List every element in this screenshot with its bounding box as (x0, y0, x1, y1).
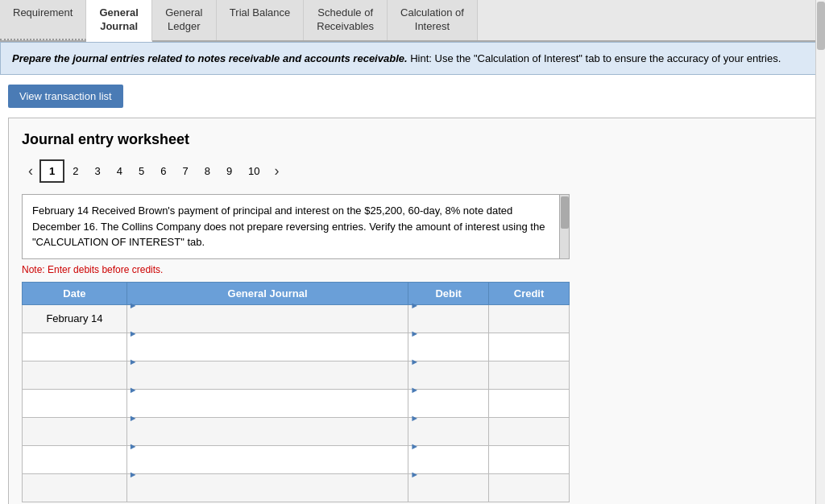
credit-input-7[interactable] (489, 474, 569, 502)
date-cell-2 (23, 333, 127, 361)
arrow-icon-7: ► (127, 469, 138, 479)
journal-input-4[interactable] (127, 395, 408, 423)
date-cell-3 (23, 361, 127, 389)
date-cell-7 (23, 473, 127, 502)
journal-input-6[interactable] (127, 452, 408, 479)
debit-arrow-6: ► (408, 441, 419, 451)
credit-cell-3 (489, 361, 570, 389)
credit-cell-2 (489, 333, 570, 361)
pagination: ‹ 1 2 3 4 5 6 7 8 9 10 › (22, 159, 803, 183)
worksheet-title: Journal entry worksheet (22, 131, 803, 148)
credit-input-5[interactable] (489, 418, 569, 445)
arrow-icon-2: ► (127, 328, 138, 338)
credit-input-2[interactable] (489, 333, 569, 361)
col-header-credit: Credit (489, 282, 570, 304)
date-cell-4 (23, 389, 127, 417)
arrow-icon-3: ► (127, 357, 138, 366)
arrow-icon-1: ► (127, 300, 138, 310)
description-box: February 14 Received Brown's payment of … (22, 194, 570, 259)
page-btn-7[interactable]: 7 (174, 161, 196, 181)
view-transaction-button[interactable]: View transaction list (8, 85, 123, 108)
tab-general-ledger[interactable]: GeneralLedger (152, 0, 217, 40)
debit-cell-1: ► (408, 304, 489, 333)
journal-cell-1: ► (126, 304, 408, 333)
page-btn-4[interactable]: 4 (109, 161, 131, 181)
debit-input-5[interactable] (408, 423, 488, 451)
tab-schedule-receivables[interactable]: Schedule ofReceivables (304, 0, 388, 40)
debit-arrow-2: ► (408, 328, 419, 338)
tab-general-journal[interactable]: GeneralJournal (86, 0, 151, 42)
debit-arrow-7: ► (408, 469, 419, 479)
credit-input-6[interactable] (489, 446, 569, 473)
credit-input-1[interactable] (489, 305, 569, 333)
date-cell-5 (23, 417, 127, 445)
debit-arrow-4: ► (408, 385, 419, 395)
credit-cell-5 (489, 417, 570, 445)
journal-input-3[interactable] (127, 367, 408, 395)
tab-calculation-interest[interactable]: Calculation ofInterest (388, 0, 478, 40)
date-cell-6 (23, 445, 127, 473)
journal-input-5[interactable] (127, 423, 408, 451)
credit-input-3[interactable] (489, 361, 569, 389)
debit-arrow-1: ► (408, 300, 419, 310)
table-row: February 14 ► ► (23, 304, 570, 333)
journal-input-1[interactable] (127, 311, 408, 338)
col-header-debit: Debit (408, 282, 489, 304)
arrow-icon-5: ► (127, 413, 138, 423)
debit-arrow-5: ► (408, 413, 419, 423)
page-btn-3[interactable]: 3 (86, 161, 108, 181)
page-btn-6[interactable]: 6 (152, 161, 174, 181)
credit-cell-1 (489, 304, 570, 333)
next-page-button[interactable]: › (268, 159, 286, 183)
journal-input-7[interactable] (127, 480, 408, 504)
page-btn-1[interactable]: 1 (39, 159, 64, 183)
credit-cell-4 (489, 389, 570, 417)
worksheet-container: Journal entry worksheet ‹ 1 2 3 4 5 6 7 … (8, 118, 817, 504)
debit-arrow-3: ► (408, 357, 419, 366)
credit-cell-6 (489, 445, 570, 473)
page-btn-9[interactable]: 9 (218, 161, 240, 181)
date-value-1: February 14 (46, 312, 102, 324)
debit-input-2[interactable] (408, 339, 488, 366)
debit-input-4[interactable] (408, 395, 488, 423)
tab-trial-balance[interactable]: Trial Balance (217, 0, 304, 40)
description-text: February 14 Received Brown's payment of … (32, 204, 545, 248)
page-btn-2[interactable]: 2 (64, 161, 86, 181)
tab-requirement[interactable]: Requirement (0, 0, 86, 40)
page-scrollbar-thumb (817, 2, 825, 50)
col-header-journal: General Journal (126, 282, 408, 304)
debit-input-7[interactable] (408, 480, 488, 504)
col-header-date: Date (23, 282, 127, 304)
page-btn-8[interactable]: 8 (197, 161, 218, 181)
credit-cell-7 (489, 473, 570, 502)
description-scrollbar[interactable] (559, 195, 569, 258)
journal-input-2[interactable] (127, 339, 408, 366)
instruction-normal: Hint: Use the "Calculation of Interest" … (408, 52, 781, 64)
instruction-bold: Prepare the journal entries related to n… (12, 52, 408, 64)
arrow-icon-4: ► (127, 385, 138, 395)
page-scrollbar[interactable] (815, 0, 825, 504)
page-btn-5[interactable]: 5 (131, 161, 152, 181)
note-text: Note: Enter debits before credits. (22, 264, 803, 275)
scrollbar-thumb (561, 196, 569, 229)
debit-input-3[interactable] (408, 367, 488, 395)
journal-table: Date General Journal Debit Credit Februa… (22, 282, 570, 502)
prev-page-button[interactable]: ‹ (22, 159, 39, 183)
toolbar: View transaction list (0, 75, 825, 118)
page-btn-10[interactable]: 10 (240, 161, 267, 181)
credit-input-4[interactable] (489, 390, 569, 417)
arrow-icon-6: ► (127, 441, 138, 451)
date-cell-1: February 14 (23, 304, 127, 333)
tabs-bar: Requirement GeneralJournal GeneralLedger… (0, 0, 825, 42)
instruction-banner: Prepare the journal entries related to n… (0, 42, 825, 76)
debit-input-6[interactable] (408, 452, 488, 479)
debit-input-1[interactable] (408, 311, 488, 338)
